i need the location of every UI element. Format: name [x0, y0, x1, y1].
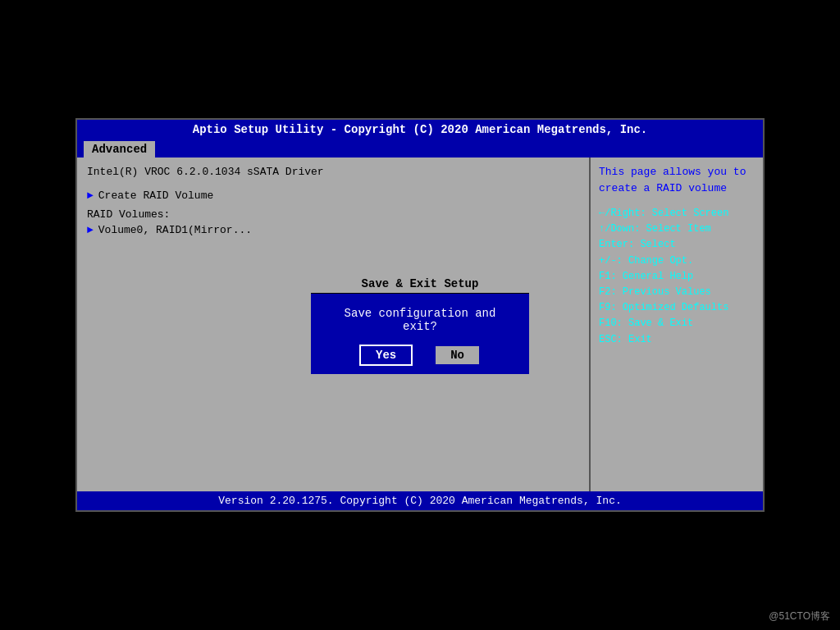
modal-overlay: Save & Exit Setup Save configuration and… — [77, 158, 763, 491]
no-button[interactable]: No — [436, 346, 479, 364]
save-exit-modal: Save & Exit Setup Save configuration and… — [309, 273, 531, 376]
footer-bar: Version 2.20.1275. Copyright (C) 2020 Am… — [77, 491, 763, 510]
header-title: Aptio Setup Utility - Copyright (C) 2020… — [193, 123, 648, 136]
bios-screen: Aptio Setup Utility - Copyright (C) 2020… — [75, 118, 765, 512]
modal-title: Save & Exit Setup — [311, 275, 529, 294]
yes-button[interactable]: Yes — [361, 346, 411, 364]
tab-advanced[interactable]: Advanced — [84, 141, 155, 158]
modal-message: Save configuration and exit? — [327, 307, 513, 333]
modal-body: Save configuration and exit? Yes No — [311, 294, 529, 374]
header-bar: Aptio Setup Utility - Copyright (C) 2020… — [77, 120, 763, 139]
tab-bar: Advanced — [77, 139, 763, 158]
footer-text: Version 2.20.1275. Copyright (C) 2020 Am… — [218, 495, 621, 507]
main-area: Intel(R) VROC 6.2.0.1034 sSATA Driver ► … — [77, 158, 763, 491]
watermark: @51CTO博客 — [769, 609, 830, 623]
modal-buttons: Yes No — [327, 346, 513, 364]
